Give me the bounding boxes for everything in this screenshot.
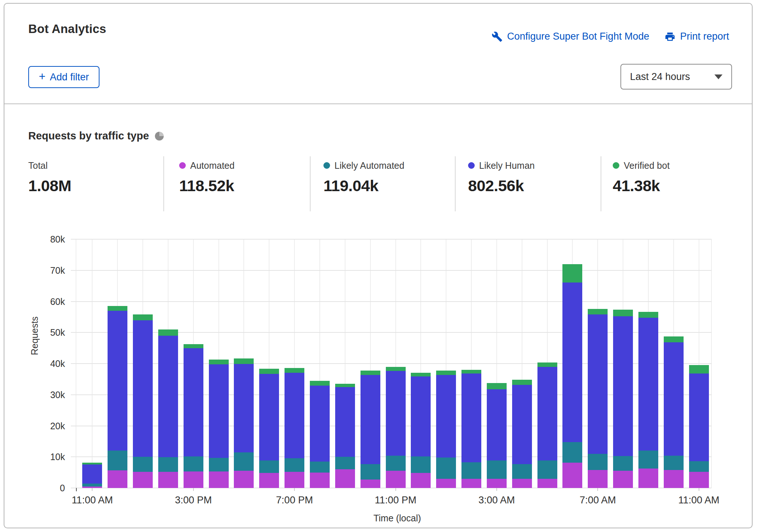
bar[interactable] <box>436 371 456 488</box>
bar[interactable] <box>411 373 431 488</box>
bar-segment-verified-bot[interactable] <box>461 370 481 374</box>
print-report-link[interactable]: Print report <box>664 31 729 42</box>
bar-segment-automated[interactable] <box>487 479 507 488</box>
bar-segment-likely-human[interactable] <box>82 464 102 484</box>
bar-segment-likely-human[interactable] <box>361 375 380 464</box>
bar[interactable] <box>638 312 658 488</box>
bar-segment-likely-automated[interactable] <box>158 457 178 472</box>
bar-segment-likely-human[interactable] <box>638 318 658 451</box>
bar-segment-verified-bot[interactable] <box>259 369 279 374</box>
bar[interactable] <box>689 365 709 488</box>
bar-segment-automated[interactable] <box>436 479 456 488</box>
bar-segment-automated[interactable] <box>537 479 557 488</box>
bar-segment-automated[interactable] <box>259 473 279 488</box>
bar[interactable] <box>82 463 102 488</box>
bar-segment-automated[interactable] <box>234 471 254 488</box>
bar-segment-likely-human[interactable] <box>664 342 684 455</box>
bar-segment-likely-human[interactable] <box>184 348 203 456</box>
bar-segment-automated[interactable] <box>310 473 330 488</box>
bar-segment-automated[interactable] <box>335 469 355 488</box>
bar[interactable] <box>361 371 380 488</box>
bar-segment-verified-bot[interactable] <box>588 309 608 314</box>
bar-segment-automated[interactable] <box>108 470 127 488</box>
bar[interactable] <box>335 384 355 488</box>
bar-segment-likely-human[interactable] <box>562 283 582 442</box>
bar-segment-likely-human[interactable] <box>335 387 355 457</box>
bar-segment-likely-human[interactable] <box>613 316 633 456</box>
bar-segment-verified-bot[interactable] <box>184 344 203 349</box>
bar-segment-automated[interactable] <box>664 470 684 488</box>
bar-segment-likely-human[interactable] <box>285 373 304 458</box>
bar-segment-automated[interactable] <box>689 472 709 488</box>
bar-segment-likely-human[interactable] <box>512 385 532 464</box>
bar-segment-likely-human[interactable] <box>234 364 254 453</box>
bar[interactable] <box>234 358 254 488</box>
bar-segment-likely-human[interactable] <box>259 374 279 460</box>
bar-segment-likely-human[interactable] <box>158 336 178 457</box>
bar-segment-verified-bot[interactable] <box>310 381 330 386</box>
bar-segment-likely-automated[interactable] <box>588 454 608 470</box>
bar-segment-likely-human[interactable] <box>436 375 456 458</box>
bar[interactable] <box>613 310 633 488</box>
bar-segment-verified-bot[interactable] <box>209 360 229 364</box>
bar-segment-likely-automated[interactable] <box>82 484 102 487</box>
bar-segment-automated[interactable] <box>285 472 304 488</box>
bar-segment-verified-bot[interactable] <box>411 373 431 376</box>
bar-segment-verified-bot[interactable] <box>487 383 507 390</box>
bar-segment-likely-automated[interactable] <box>537 460 557 479</box>
bar-segment-likely-human[interactable] <box>588 314 608 454</box>
bar-segment-likely-automated[interactable] <box>487 460 507 479</box>
bar-segment-likely-automated[interactable] <box>461 462 481 479</box>
bar-segment-likely-human[interactable] <box>386 371 406 456</box>
bar-segment-automated[interactable] <box>209 471 229 488</box>
bar-segment-likely-automated[interactable] <box>184 456 203 471</box>
bar-segment-verified-bot[interactable] <box>234 358 254 364</box>
bar[interactable] <box>386 367 406 488</box>
bar[interactable] <box>310 381 330 488</box>
bar-segment-verified-bot[interactable] <box>285 368 304 373</box>
bar-segment-automated[interactable] <box>411 473 431 488</box>
bar-segment-verified-bot[interactable] <box>436 371 456 375</box>
bar-segment-likely-automated[interactable] <box>689 461 709 472</box>
bar[interactable] <box>184 344 203 488</box>
bar-segment-verified-bot[interactable] <box>638 312 658 318</box>
bar-segment-likely-human[interactable] <box>133 320 153 457</box>
bar-segment-automated[interactable] <box>133 472 153 488</box>
configure-super-bot-fight-mode-link[interactable]: Configure Super Bot Fight Mode <box>492 31 649 42</box>
bar[interactable] <box>562 264 582 488</box>
bar-segment-likely-automated[interactable] <box>436 458 456 479</box>
bar-segment-verified-bot[interactable] <box>613 310 633 316</box>
bar-segment-likely-automated[interactable] <box>259 460 279 473</box>
bar-segment-likely-human[interactable] <box>537 367 557 460</box>
bar[interactable] <box>285 368 304 488</box>
bar-segment-likely-automated[interactable] <box>386 456 406 471</box>
bar-segment-likely-human[interactable] <box>310 386 330 462</box>
bar[interactable] <box>537 362 557 488</box>
bar[interactable] <box>664 336 684 488</box>
bar-segment-verified-bot[interactable] <box>512 380 532 385</box>
bar-segment-automated[interactable] <box>461 479 481 488</box>
bar-segment-automated[interactable] <box>386 471 406 488</box>
bar-segment-likely-automated[interactable] <box>335 457 355 469</box>
bar[interactable] <box>209 360 229 488</box>
bar-segment-automated[interactable] <box>588 470 608 488</box>
bar-segment-likely-human[interactable] <box>411 376 431 456</box>
bar[interactable] <box>512 380 532 488</box>
bar-segment-verified-bot[interactable] <box>537 362 557 367</box>
bar-segment-likely-automated[interactable] <box>664 456 684 470</box>
bar-segment-likely-automated[interactable] <box>285 458 304 471</box>
bar-segment-likely-human[interactable] <box>108 311 127 451</box>
bar-segment-automated[interactable] <box>361 480 380 488</box>
bar-segment-verified-bot[interactable] <box>335 384 355 387</box>
bar-segment-likely-human[interactable] <box>689 374 709 461</box>
bar-segment-automated[interactable] <box>613 471 633 488</box>
bar-segment-verified-bot[interactable] <box>133 314 153 320</box>
bar-segment-automated[interactable] <box>184 471 203 488</box>
bar-segment-likely-automated[interactable] <box>613 456 633 471</box>
bar-segment-verified-bot[interactable] <box>82 463 102 464</box>
bar-segment-likely-automated[interactable] <box>209 458 229 471</box>
bar-segment-verified-bot[interactable] <box>689 365 709 374</box>
bar-segment-verified-bot[interactable] <box>158 329 178 336</box>
bar-segment-likely-human[interactable] <box>461 374 481 462</box>
bar-segment-likely-automated[interactable] <box>310 462 330 473</box>
